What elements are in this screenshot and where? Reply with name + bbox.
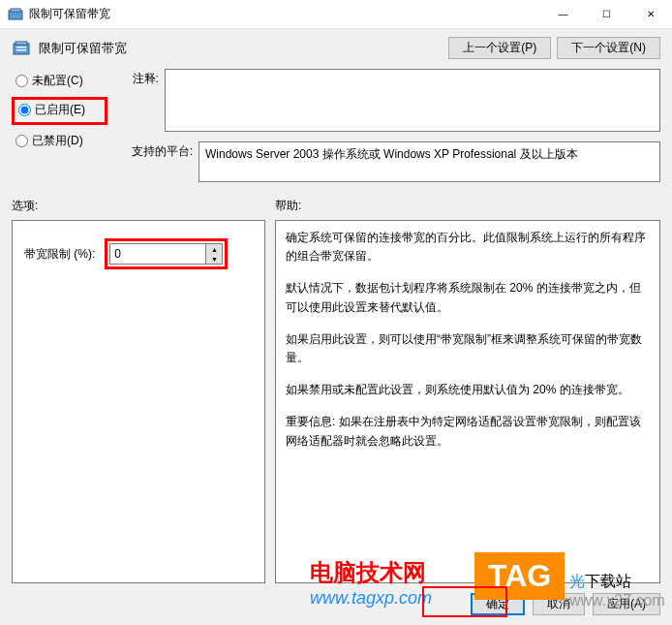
comment-row: 注释: [123, 69, 660, 132]
spinner-down-button[interactable]: ▼ [206, 254, 222, 264]
radio-enabled-label: 已启用(E) [35, 102, 85, 118]
radio-enabled[interactable]: 已启用(E) [18, 102, 101, 118]
comment-label: 注释: [123, 69, 159, 132]
content-area: 限制可保留带宽 上一个设置(P) 下一个设置(N) 未配置(C) 已启用(E) … [0, 29, 672, 625]
svg-rect-1 [11, 9, 20, 12]
svg-rect-4 [16, 47, 26, 48]
footer-buttons: 确定 取消 应用(A) [12, 583, 660, 625]
radio-not-configured-input[interactable] [15, 75, 28, 87]
radio-column: 未配置(C) 已启用(E) 已禁用(D) [12, 69, 104, 192]
help-p2: 默认情况下，数据包计划程序将系统限制在 20% 的连接带宽之内，但可以使用此设置… [286, 279, 650, 316]
options-label: 选项: [12, 198, 265, 214]
radio-disabled-input[interactable] [15, 135, 28, 147]
next-setting-button[interactable]: 下一个设置(N) [557, 37, 660, 59]
app-icon [8, 7, 23, 22]
policy-title: 限制可保留带宽 [39, 40, 127, 57]
title-bar: 限制可保留带宽 — ☐ ✕ [0, 0, 672, 29]
bandwidth-limit-label: 带宽限制 (%): [24, 246, 95, 263]
cancel-button[interactable]: 取消 [533, 593, 585, 615]
radio-not-configured[interactable]: 未配置(C) [15, 73, 104, 89]
spinner-buttons: ▲ ▼ [206, 243, 223, 265]
title-bar-left: 限制可保留带宽 [8, 6, 110, 22]
svg-rect-5 [16, 49, 26, 51]
svg-rect-3 [15, 42, 27, 45]
window-controls: — ☐ ✕ [541, 0, 672, 29]
main-split: 选项: 带宽限制 (%): ▲ ▼ 帮助: 确定系统可保留的连接带宽的百分比 [12, 198, 660, 583]
policy-icon [12, 39, 31, 58]
window-title: 限制可保留带宽 [29, 6, 110, 22]
options-pane: 选项: 带宽限制 (%): ▲ ▼ [12, 198, 265, 583]
header-row: 限制可保留带宽 上一个设置(P) 下一个设置(N) [12, 37, 660, 59]
config-area: 未配置(C) 已启用(E) 已禁用(D) 注释: 支持的平台: Windows … [12, 69, 660, 192]
header-left: 限制可保留带宽 [12, 39, 127, 58]
radio-enabled-input[interactable] [18, 104, 31, 116]
apply-button[interactable]: 应用(A) [593, 593, 660, 615]
help-box: 确定系统可保留的连接带宽的百分比。此值限制系统上运行的所有程序的组合带宽保留。 … [275, 220, 660, 583]
help-p1: 确定系统可保留的连接带宽的百分比。此值限制系统上运行的所有程序的组合带宽保留。 [286, 229, 650, 266]
help-label: 帮助: [275, 198, 660, 214]
enabled-highlight: 已启用(E) [12, 97, 107, 125]
radio-disabled[interactable]: 已禁用(D) [15, 133, 104, 149]
bandwidth-spinner-highlight: ▲ ▼ [105, 238, 228, 269]
maximize-button[interactable]: ☐ [585, 0, 628, 29]
platform-row: 支持的平台: Windows Server 2003 操作系统或 Windows… [123, 141, 660, 182]
help-p4: 如果禁用或未配置此设置，则系统使用默认值为 20% 的连接带宽。 [286, 381, 650, 399]
platform-text: Windows Server 2003 操作系统或 Windows XP Pro… [199, 141, 660, 182]
comment-textarea[interactable] [165, 69, 660, 132]
help-p3: 如果启用此设置，则可以使用“带宽限制”框来调整系统可保留的带宽数量。 [286, 330, 650, 367]
radio-not-configured-label: 未配置(C) [32, 73, 83, 89]
platform-label: 支持的平台: [123, 141, 193, 182]
right-config: 注释: 支持的平台: Windows Server 2003 操作系统或 Win… [123, 69, 660, 192]
nav-buttons: 上一个设置(P) 下一个设置(N) [448, 37, 660, 59]
bandwidth-option-row: 带宽限制 (%): ▲ ▼ [24, 238, 253, 269]
help-pane: 帮助: 确定系统可保留的连接带宽的百分比。此值限制系统上运行的所有程序的组合带宽… [275, 198, 660, 583]
minimize-button[interactable]: — [541, 0, 585, 29]
radio-disabled-label: 已禁用(D) [32, 133, 83, 149]
spinner-up-button[interactable]: ▲ [206, 244, 222, 254]
close-button[interactable]: ✕ [628, 0, 672, 29]
options-box: 带宽限制 (%): ▲ ▼ [12, 220, 265, 583]
svg-rect-2 [14, 44, 29, 54]
bandwidth-limit-input[interactable] [109, 243, 206, 265]
ok-button[interactable]: 确定 [471, 593, 525, 615]
previous-setting-button[interactable]: 上一个设置(P) [448, 37, 551, 59]
help-p5: 重要信息: 如果在注册表中为特定网络适配器设置带宽限制，则配置该网络适配器时就会… [286, 413, 650, 450]
